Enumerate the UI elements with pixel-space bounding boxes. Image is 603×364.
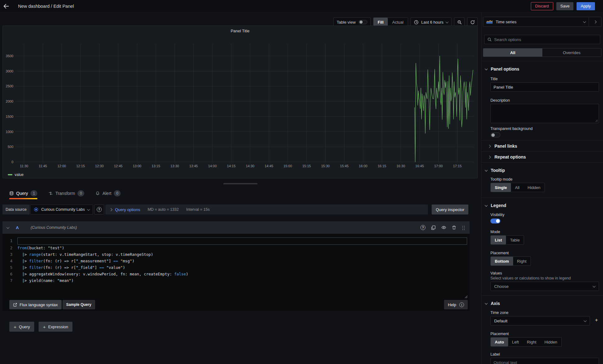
tab-overrides[interactable]: Overrides bbox=[542, 48, 601, 57]
line-number: 7 bbox=[9, 277, 17, 284]
tab-all[interactable]: All bbox=[483, 48, 542, 57]
axis-placement-hidden[interactable]: Hidden bbox=[540, 338, 561, 346]
svg-text:11:45: 11:45 bbox=[39, 164, 47, 168]
svg-text:13:00: 13:00 bbox=[133, 164, 141, 168]
query-ref-id[interactable]: A bbox=[16, 225, 19, 230]
code-line[interactable]: 6 |> aggregateWindow(every: v.windowPeri… bbox=[9, 271, 467, 277]
query-help-button[interactable]: ? bbox=[420, 225, 425, 230]
section-tooltip[interactable]: Tooltip bbox=[485, 166, 603, 175]
help-label: Help bbox=[448, 302, 456, 307]
tab-query-label: Query bbox=[16, 191, 28, 196]
back-button[interactable] bbox=[0, 0, 12, 12]
code-line[interactable]: 5 |> filter(fn: (r) => r["_field"] == "v… bbox=[9, 264, 467, 271]
fill-option[interactable]: Fill bbox=[373, 18, 388, 26]
legend-mode-list[interactable]: List bbox=[491, 236, 506, 244]
section-legend[interactable]: Legend bbox=[485, 201, 603, 210]
svg-text:11:30: 11:30 bbox=[20, 164, 28, 168]
section-repeat-options[interactable]: Repeat options bbox=[488, 152, 603, 162]
tab-query[interactable]: Query 1 bbox=[9, 187, 37, 199]
drag-handle-icon[interactable] bbox=[462, 225, 465, 230]
editor-resize-handle[interactable] bbox=[465, 295, 468, 298]
code-line[interactable]: 7 |> yield(name: "mean") bbox=[9, 277, 467, 284]
legend-mode-switch: List Table bbox=[490, 235, 524, 245]
sample-query-button[interactable]: Sample Query bbox=[63, 300, 95, 309]
add-expression-button[interactable]: + Expression bbox=[39, 322, 72, 332]
active-tab-underline bbox=[9, 198, 37, 199]
hide-query-button[interactable] bbox=[441, 225, 446, 230]
textarea-resize-handle[interactable] bbox=[595, 119, 598, 122]
query-options-toggle[interactable]: Query options bbox=[110, 207, 140, 212]
help-button[interactable]: Help i bbox=[444, 300, 468, 309]
panel-title[interactable]: Panel Title bbox=[3, 26, 477, 33]
axis-label-input[interactable] bbox=[494, 360, 596, 364]
timezone-select[interactable]: Default bbox=[490, 316, 590, 325]
axis-placement-label: Placement bbox=[490, 332, 603, 336]
legend-placement-bottom[interactable]: Bottom bbox=[491, 257, 513, 265]
options-search[interactable] bbox=[484, 35, 600, 44]
divider bbox=[481, 61, 603, 61]
breadcrumb: New dashboard / Edit Panel bbox=[18, 4, 74, 9]
actual-option[interactable]: Actual bbox=[388, 18, 408, 26]
tooltip-mode-hidden[interactable]: Hidden bbox=[523, 183, 544, 192]
tooltip-mode-single[interactable]: Single bbox=[491, 183, 511, 192]
discard-button[interactable]: Discard bbox=[531, 2, 553, 10]
datasource-name: Curious Community Labs bbox=[41, 207, 85, 212]
apply-button[interactable]: Apply bbox=[577, 2, 595, 10]
query-editor-footer: Flux language syntax Sample Query Help i bbox=[2, 300, 470, 310]
add-timezone-button[interactable]: + bbox=[592, 316, 601, 324]
axis-placement-right[interactable]: Right bbox=[523, 338, 540, 346]
time-series-chart[interactable]: 050010001500200025003000350011:3011:4512… bbox=[5, 36, 476, 170]
delete-query-button[interactable] bbox=[452, 225, 456, 230]
svg-text:2500: 2500 bbox=[6, 84, 13, 88]
question-circle-icon: ? bbox=[97, 207, 102, 212]
code-line[interactable]: 3 |> range(start: v.timeRangeStart, stop… bbox=[9, 251, 467, 258]
legend-visibility-toggle[interactable] bbox=[490, 219, 500, 223]
add-query-button[interactable]: + Query bbox=[9, 322, 34, 332]
code-line[interactable]: 2from(bucket: "test") bbox=[9, 245, 467, 251]
chevron-right-icon bbox=[109, 208, 112, 211]
panel-preview: Panel Title 0500100015002000250030003500… bbox=[2, 25, 478, 178]
visualization-picker[interactable]: Time series bbox=[483, 17, 589, 26]
chart-legend[interactable]: value bbox=[8, 173, 24, 177]
timeseries-viz-icon bbox=[486, 20, 493, 24]
tab-alert[interactable]: Alert 0 bbox=[95, 187, 121, 199]
line-number: 2 bbox=[9, 245, 17, 251]
datasource-logo-icon bbox=[34, 207, 39, 212]
chevron-right-icon bbox=[488, 155, 491, 159]
splitter-drag-handle[interactable] bbox=[223, 183, 257, 184]
options-search-input[interactable] bbox=[494, 37, 597, 42]
legend-mode-table[interactable]: Table bbox=[506, 236, 524, 244]
flux-code-editor[interactable]: 1 2from(bucket: "test")3 |> range(start:… bbox=[9, 237, 467, 284]
axis-placement-auto[interactable]: Auto bbox=[491, 338, 508, 346]
tooltip-mode-all[interactable]: All bbox=[511, 183, 523, 192]
time-range-label: Last 6 hours bbox=[421, 20, 443, 25]
datasource-picker[interactable]: Curious Community Labs bbox=[30, 205, 93, 214]
panel-title-input[interactable] bbox=[494, 85, 596, 90]
datasource-help-button[interactable]: ? bbox=[94, 205, 104, 214]
duplicate-query-button[interactable] bbox=[431, 225, 436, 230]
axis-placement-left[interactable]: Left bbox=[508, 338, 523, 346]
query-inspector-button[interactable]: Query inspector bbox=[432, 205, 468, 214]
transparent-bg-toggle[interactable] bbox=[490, 132, 500, 137]
tab-query-count: 1 bbox=[30, 190, 37, 196]
divider bbox=[481, 197, 603, 198]
legend-placement-right[interactable]: Right bbox=[513, 257, 531, 265]
legend-values-select[interactable]: Choose bbox=[490, 282, 599, 291]
collapse-options-button[interactable] bbox=[589, 17, 601, 26]
save-button[interactable]: Save bbox=[556, 2, 574, 10]
section-panel-options[interactable]: Panel options bbox=[485, 64, 603, 74]
tab-transform[interactable]: Transform 0 bbox=[49, 187, 84, 199]
toggle-knob bbox=[359, 21, 363, 24]
flux-syntax-button[interactable]: Flux language syntax bbox=[9, 300, 62, 309]
top-nav: New dashboard / Edit Panel Discard Save … bbox=[0, 0, 603, 12]
section-panel-links[interactable]: Panel links bbox=[488, 141, 603, 151]
transform-icon bbox=[49, 191, 53, 196]
search-icon bbox=[487, 37, 492, 42]
code-line[interactable]: 4 |> filter(fn: (r) => r["_measurement"]… bbox=[9, 258, 467, 264]
svg-text:13:45: 13:45 bbox=[189, 164, 198, 168]
code-line[interactable]: 1 bbox=[9, 237, 467, 245]
table-view-toggle[interactable] bbox=[359, 20, 367, 24]
section-axis[interactable]: Axis bbox=[485, 299, 603, 308]
collapse-query-icon[interactable] bbox=[7, 226, 10, 229]
description-field[interactable] bbox=[490, 104, 599, 123]
